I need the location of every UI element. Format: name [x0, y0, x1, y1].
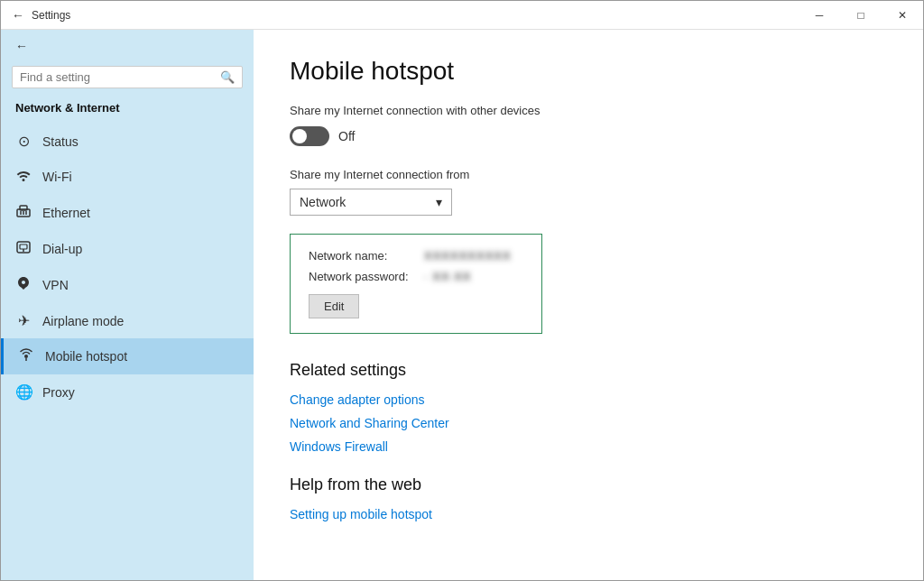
search-input[interactable]	[20, 70, 215, 84]
svg-point-8	[24, 355, 28, 358]
sharing-center-link[interactable]: Network and Sharing Center	[290, 416, 887, 430]
back-icon[interactable]: ←	[12, 8, 24, 23]
svg-rect-6	[20, 244, 27, 249]
sidebar-item-status[interactable]: ⊙ Status	[1, 124, 254, 159]
network-password-value: · XX·XX	[424, 270, 472, 283]
sidebar-item-label: Dial-up	[42, 242, 82, 256]
change-adapter-link[interactable]: Change adapter options	[290, 392, 887, 407]
content-area: Mobile hotspot Share my Internet connect…	[254, 30, 923, 580]
vpn-icon	[15, 276, 32, 294]
titlebar: ← Settings ─ □ ✕	[1, 1, 923, 30]
firewall-link[interactable]: Windows Firewall	[290, 439, 887, 454]
close-button[interactable]: ✕	[882, 1, 923, 30]
hotspot-toggle[interactable]	[290, 126, 329, 146]
sidebar-item-label: Wi-Fi	[42, 170, 72, 184]
hotspot-icon	[18, 347, 34, 365]
sidebar-item-label: Airplane mode	[42, 314, 124, 328]
sidebar-item-label: Status	[42, 134, 79, 149]
settings-window: ← Settings ─ □ ✕ ← 🔍 Network & Internet …	[0, 0, 924, 581]
maximize-button[interactable]: □	[840, 1, 882, 30]
network-info-box: Network name: XXXXXXXXXX Network passwor…	[290, 234, 542, 334]
setup-hotspot-link[interactable]: Setting up mobile hotspot	[290, 507, 887, 521]
share-from-label: Share my Internet connection from	[290, 168, 887, 181]
sidebar-item-hotspot[interactable]: Mobile hotspot	[1, 338, 254, 374]
titlebar-left: ← Settings	[12, 8, 70, 23]
sidebar-item-ethernet[interactable]: Ethernet	[1, 195, 254, 231]
proxy-icon: 🌐	[15, 383, 32, 401]
related-settings-title: Related settings	[290, 361, 887, 380]
sidebar-item-label: Proxy	[42, 385, 75, 400]
sidebar-item-label: VPN	[42, 278, 69, 292]
page-title: Mobile hotspot	[290, 57, 887, 86]
sidebar-item-dialup[interactable]: Dial-up	[1, 231, 254, 267]
sidebar-item-proxy[interactable]: 🌐 Proxy	[1, 374, 254, 410]
share-label: Share my Internet connection with other …	[290, 104, 887, 117]
ethernet-icon	[15, 204, 32, 222]
main-layout: ← 🔍 Network & Internet ⊙ Status Wi-Fi	[1, 30, 923, 580]
sidebar-section-title: Network & Internet	[1, 96, 254, 124]
status-icon: ⊙	[15, 133, 32, 150]
sidebar-item-wifi[interactable]: Wi-Fi	[1, 159, 254, 195]
dialup-icon	[15, 240, 32, 258]
sidebar-item-label: Ethernet	[42, 206, 90, 220]
sidebar-back-button[interactable]: ←	[1, 30, 254, 62]
back-arrow-icon: ←	[15, 39, 28, 53]
search-icon: 🔍	[220, 70, 235, 84]
titlebar-title: Settings	[32, 9, 70, 22]
sidebar-item-airplane[interactable]: ✈ Airplane mode	[1, 303, 254, 338]
network-name-value: XXXXXXXXXX	[424, 249, 512, 263]
minimize-button[interactable]: ─	[799, 1, 840, 30]
network-name-row: Network name: XXXXXXXXXX	[309, 249, 523, 263]
svg-rect-1	[20, 206, 27, 210]
titlebar-controls: ─ □ ✕	[799, 1, 923, 30]
sidebar: ← 🔍 Network & Internet ⊙ Status Wi-Fi	[1, 30, 254, 580]
network-dropdown[interactable]: Network ▾	[290, 189, 452, 216]
hotspot-toggle-row: Off	[290, 126, 887, 146]
toggle-track	[290, 126, 329, 146]
toggle-state-label: Off	[338, 129, 355, 143]
chevron-down-icon: ▾	[436, 195, 442, 209]
sidebar-search-box[interactable]: 🔍	[12, 66, 243, 88]
help-title: Help from the web	[290, 475, 887, 494]
airplane-icon: ✈	[15, 312, 32, 329]
wifi-icon	[15, 168, 32, 186]
sidebar-item-label: Mobile hotspot	[45, 349, 127, 364]
toggle-thumb	[292, 129, 307, 143]
network-password-row: Network password: · XX·XX	[309, 270, 523, 283]
network-name-label: Network name:	[309, 249, 417, 263]
edit-button[interactable]: Edit	[309, 294, 359, 318]
sidebar-item-vpn[interactable]: VPN	[1, 267, 254, 303]
network-password-label: Network password:	[309, 270, 417, 283]
dropdown-value: Network	[300, 195, 346, 209]
